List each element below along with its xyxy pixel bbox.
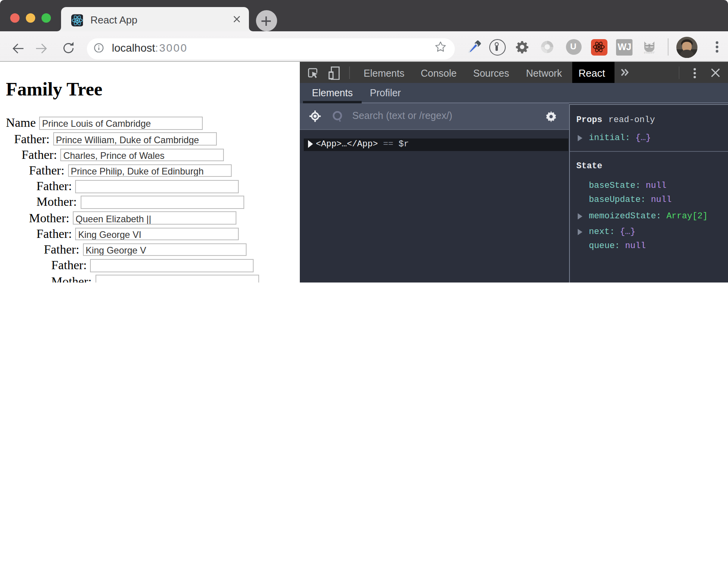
svg-text:ember: ember xyxy=(644,49,655,54)
